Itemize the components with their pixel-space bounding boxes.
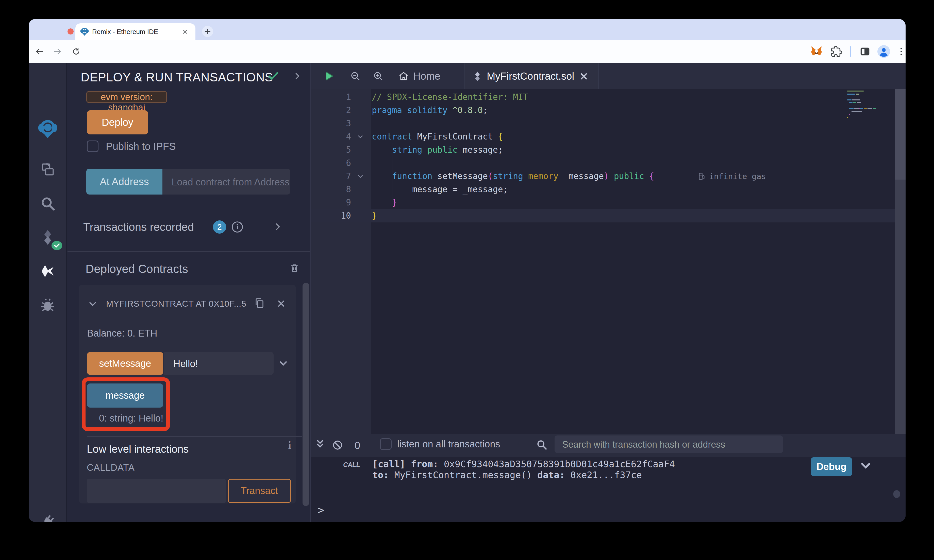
forward-button[interactable] bbox=[53, 47, 62, 56]
panel-scrollbar[interactable] bbox=[302, 283, 309, 506]
debug-button[interactable]: Debug bbox=[811, 457, 852, 476]
line-number: 1 bbox=[311, 91, 351, 104]
terminal-collapse-icon[interactable] bbox=[315, 439, 325, 450]
panel-collapse-chevron[interactable] bbox=[293, 72, 302, 81]
copy-address-icon[interactable] bbox=[253, 297, 265, 310]
expand-args-chevron[interactable] bbox=[278, 358, 288, 368]
tab-file-active[interactable]: MyFirstContract.sol bbox=[464, 63, 599, 89]
browser-window: Remix - Ethereum IDE remix bbox=[29, 19, 906, 522]
plugin-icon-rail bbox=[29, 63, 67, 522]
line-number: 5 bbox=[311, 143, 351, 157]
contract-pill-label[interactable]: MYFIRSTCONTRACT AT 0X10F...5 bbox=[106, 299, 246, 309]
publish-ipfs-checkbox[interactable] bbox=[87, 140, 99, 152]
code-text: contract MyFirstContract { bbox=[372, 130, 503, 143]
listen-transactions-checkbox[interactable] bbox=[380, 438, 391, 450]
close-window-button[interactable] bbox=[68, 28, 74, 34]
deploy-run-icon[interactable] bbox=[40, 263, 56, 279]
fold-chevron-icon[interactable] bbox=[357, 134, 364, 140]
contract-collapse-chevron[interactable] bbox=[88, 299, 98, 308]
calldata-label: CALLDATA bbox=[87, 462, 135, 473]
minimap-line bbox=[849, 114, 850, 115]
code-line[interactable]: 8 message = _message; bbox=[311, 183, 895, 196]
remix-logo bbox=[38, 119, 58, 139]
debugger-icon[interactable] bbox=[40, 297, 56, 314]
minimap-line bbox=[847, 94, 855, 95]
terminal-log-lines: [call] from: 0x9Cf934043aD350758391b0D01… bbox=[372, 458, 675, 480]
browser-menu-icon[interactable] bbox=[896, 46, 906, 57]
code-line[interactable]: 6 bbox=[311, 157, 895, 170]
listen-transactions-label: listen on all transactions bbox=[397, 439, 500, 450]
line-number: 2 bbox=[311, 104, 351, 117]
editor-scrollbar[interactable] bbox=[895, 89, 906, 434]
code-line[interactable]: 1// SPDX-License-Identifier: MIT bbox=[311, 91, 895, 104]
message-button[interactable]: message bbox=[87, 383, 163, 408]
code-line[interactable]: 2pragma solidity ^0.8.0; bbox=[311, 104, 895, 117]
tab-title: Remix - Ethereum IDE bbox=[92, 28, 158, 36]
line-number: 10 bbox=[311, 209, 351, 222]
minimap-line bbox=[860, 108, 863, 109]
reload-button[interactable] bbox=[72, 47, 81, 56]
code-line[interactable]: 10} bbox=[311, 209, 895, 222]
plugin-manager-icon[interactable] bbox=[40, 514, 56, 522]
tab-home[interactable]: Home bbox=[398, 63, 440, 89]
code-line[interactable]: 9 } bbox=[311, 196, 895, 209]
line-number: 8 bbox=[311, 183, 351, 196]
clear-console-icon[interactable] bbox=[332, 440, 343, 451]
transact-button[interactable]: Transact bbox=[228, 479, 291, 503]
tab-file-label: MyFirstContract.sol bbox=[487, 71, 574, 82]
at-address-input[interactable]: Load contract from Address bbox=[162, 169, 290, 195]
code-line[interactable]: 4contract MyFirstContract { bbox=[311, 130, 895, 143]
at-address-placeholder: Load contract from Address bbox=[171, 177, 290, 188]
side-panel-icon[interactable] bbox=[859, 46, 871, 57]
low-level-info-icon[interactable]: i bbox=[288, 439, 291, 452]
browser-tab[interactable]: Remix - Ethereum IDE bbox=[76, 23, 196, 40]
set-message-input[interactable]: Hello! bbox=[164, 352, 274, 375]
trash-icon[interactable] bbox=[289, 263, 300, 274]
publish-ipfs-label: Publish to IPFS bbox=[106, 141, 176, 152]
terminal-search-input[interactable]: Search with transaction hash or address bbox=[555, 435, 783, 453]
metamask-extension-icon[interactable] bbox=[811, 45, 823, 58]
close-file-tab-icon[interactable] bbox=[579, 72, 588, 81]
zoom-out-icon[interactable] bbox=[350, 71, 361, 82]
minimap-line bbox=[847, 91, 864, 92]
code-line[interactable]: 5 string public message; bbox=[311, 143, 895, 157]
gas-estimate-annotation: infinite gas bbox=[697, 170, 766, 183]
remove-contract-icon[interactable] bbox=[276, 298, 286, 309]
code-line[interactable]: 3 bbox=[311, 117, 895, 130]
zoom-in-icon[interactable] bbox=[373, 71, 384, 82]
remix-favicon bbox=[80, 27, 89, 36]
log-expand-chevron[interactable] bbox=[859, 460, 872, 472]
fold-chevron-icon[interactable] bbox=[357, 173, 364, 180]
calldata-input[interactable] bbox=[87, 479, 226, 503]
new-tab-button[interactable] bbox=[202, 26, 213, 37]
close-tab-icon[interactable] bbox=[182, 29, 188, 35]
panel-title: DEPLOY & RUN TRANSACTIONS bbox=[81, 70, 273, 84]
minimap-line bbox=[852, 111, 862, 112]
minimap-line bbox=[852, 99, 860, 100]
set-message-value: Hello! bbox=[173, 358, 198, 369]
search-icon[interactable] bbox=[40, 195, 56, 212]
set-message-button[interactable]: setMessage bbox=[87, 352, 163, 375]
terminal-scrollbar-thumb[interactable] bbox=[893, 490, 900, 498]
minimap-line bbox=[861, 99, 861, 100]
at-address-button[interactable]: At Address bbox=[86, 169, 162, 195]
browser-tab-strip: Remix - Ethereum IDE bbox=[29, 19, 906, 40]
editor-minimap[interactable] bbox=[847, 91, 885, 123]
home-icon bbox=[398, 71, 409, 82]
line-number: 9 bbox=[311, 196, 351, 209]
profile-avatar[interactable] bbox=[877, 45, 890, 58]
terminal-search-placeholder: Search with transaction hash or address bbox=[562, 439, 725, 450]
extensions-icon[interactable] bbox=[831, 46, 842, 57]
editor-scrollbar-thumb[interactable] bbox=[895, 89, 906, 180]
transactions-info-icon[interactable] bbox=[231, 221, 244, 233]
minimap-line bbox=[868, 108, 872, 109]
code-line[interactable]: 7 function setMessage(string memory _mes… bbox=[311, 170, 895, 183]
deploy-button[interactable]: Deploy bbox=[87, 110, 148, 134]
message-output: 0: string: Hello! bbox=[99, 413, 163, 424]
terminal-log-line: [call] from: 0x9Cf934043aD350758391b0D01… bbox=[372, 458, 675, 469]
file-explorer-icon[interactable] bbox=[40, 161, 56, 177]
run-script-icon[interactable] bbox=[323, 70, 335, 82]
minimap-line bbox=[854, 108, 859, 109]
transactions-expand-chevron[interactable] bbox=[273, 222, 282, 232]
back-button[interactable] bbox=[35, 47, 44, 56]
